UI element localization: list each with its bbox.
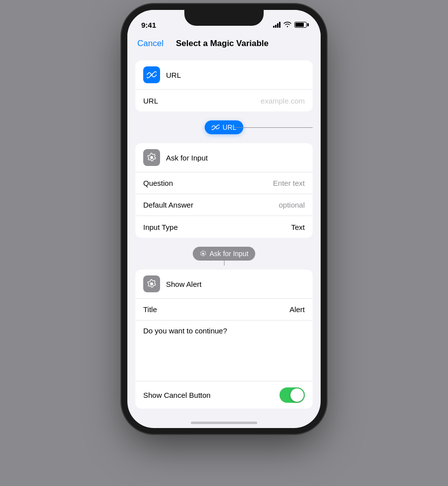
url-card-title: URL	[166, 71, 181, 79]
status-time: 9:41	[141, 21, 156, 29]
gear-icon	[147, 153, 157, 162]
ask-magic-pill[interactable]: Ask for Input	[193, 247, 256, 261]
ask-vert-line	[224, 260, 224, 266]
show-alert-header: Show Alert	[135, 270, 313, 299]
url-card: URL URL example.com	[135, 60, 313, 111]
url-magic-pill-container: URL	[135, 117, 313, 137]
toggle-knob	[290, 388, 304, 402]
url-placeholder: example.com	[261, 97, 305, 105]
cancel-button[interactable]: Cancel	[137, 39, 164, 49]
default-answer-row[interactable]: Default Answer optional	[135, 194, 313, 216]
status-icons	[273, 21, 307, 29]
ask-header-icon	[143, 149, 160, 166]
wifi-icon	[283, 21, 291, 29]
scroll-area: URL URL example.com URL	[127, 54, 321, 419]
show-alert-header-icon	[143, 275, 160, 292]
link-icon	[147, 70, 157, 80]
show-cancel-label: Show Cancel Button	[143, 391, 211, 399]
input-type-label: Input Type	[143, 223, 178, 231]
url-card-header: URL	[135, 60, 313, 90]
alert-title-label: Title	[143, 305, 157, 314]
ask-pill-gear-icon	[200, 250, 207, 257]
page-title: Select a Magic Variable	[176, 39, 269, 49]
notch	[184, 10, 264, 26]
alert-title-value: Alert	[289, 305, 305, 314]
phone-frame: 9:41 Cancel Select a Magic Variabl	[127, 10, 321, 428]
ask-magic-pill-container: Ask for Input	[135, 244, 313, 264]
nav-bar: Cancel Select a Magic Variable	[127, 35, 321, 54]
alert-title-row[interactable]: Title Alert	[135, 299, 313, 321]
show-cancel-row[interactable]: Show Cancel Button	[135, 381, 313, 409]
url-pill-link-icon	[212, 123, 220, 131]
question-row[interactable]: Question Enter text	[135, 172, 313, 194]
signal-icon	[273, 22, 280, 28]
show-alert-card: Show Alert Title Alert Do you want to co…	[135, 270, 313, 409]
battery-icon	[294, 22, 307, 28]
home-indicator	[191, 422, 257, 424]
url-header-icon	[143, 66, 160, 83]
show-cancel-toggle[interactable]	[280, 387, 305, 403]
show-alert-card-title: Show Alert	[166, 280, 202, 288]
url-field-row[interactable]: URL example.com	[135, 90, 313, 111]
ask-pill-label: Ask for Input	[210, 250, 249, 258]
input-type-value: Text	[291, 223, 305, 231]
question-label: Question	[143, 179, 173, 187]
input-type-row[interactable]: Input Type Text	[135, 216, 313, 238]
alert-body-row: Do you want to continue?	[135, 321, 313, 381]
ask-card-title: Ask for Input	[166, 154, 208, 162]
url-label: URL	[143, 97, 161, 105]
ask-for-input-card: Ask for Input Question Enter text Defaul…	[135, 143, 313, 238]
default-answer-placeholder: optional	[279, 201, 305, 209]
question-placeholder: Enter text	[273, 179, 305, 187]
ask-card-header: Ask for Input	[135, 143, 313, 172]
default-answer-label: Default Answer	[143, 201, 193, 209]
url-magic-line	[233, 127, 313, 128]
alert-body-text: Do you want to continue?	[143, 326, 227, 335]
alert-gear-icon	[147, 279, 157, 289]
